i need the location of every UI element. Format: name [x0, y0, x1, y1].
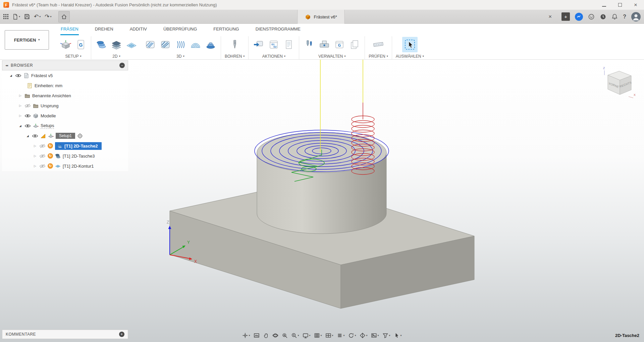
activity-clock-icon[interactable] [600, 13, 606, 20]
view-cube[interactable]: VORNE RECHTS Z X [602, 65, 637, 100]
browser-item-named-views[interactable]: ▷ Benannte Ansichten [2, 91, 128, 101]
app-grid-icon[interactable] [3, 14, 8, 19]
redo-button[interactable]: ↷ ▾ [45, 14, 51, 19]
add-comment-button[interactable]: + [119, 332, 124, 337]
browser-item-root[interactable]: ◢ Frästest v5 [2, 70, 128, 80]
visibility-eye-off-icon[interactable] [24, 104, 31, 108]
browser-item-toolpath-tasche3[interactable]: ▷ ↻ [T1] 2D-Tasche3 [2, 151, 128, 161]
nav-zoom-button[interactable]: ▾ [290, 331, 300, 340]
user-avatar[interactable] [631, 12, 641, 21]
document-tab[interactable]: Frästest v6* [297, 10, 344, 24]
nc-editor-button[interactable]: G [333, 38, 346, 51]
file-menu-button[interactable]: ▾ [12, 14, 20, 20]
expand-icon[interactable]: ▷ [33, 144, 37, 148]
3d-pocket-button[interactable] [159, 38, 172, 51]
machine-library-button[interactable] [318, 38, 331, 51]
home-view-button[interactable] [58, 11, 70, 22]
browser-item-units[interactable]: Einheiten: mm [2, 80, 128, 91]
select-tool-button[interactable] [402, 37, 418, 52]
expand-icon[interactable]: ▷ [33, 164, 37, 168]
tab-fraesen[interactable]: FRÄSEN [60, 24, 79, 35]
adaptive-clearing-button[interactable] [144, 38, 157, 51]
browser-item-setup1[interactable]: ◢ Setup1 [2, 131, 128, 141]
nav-viewports-button[interactable]: ▾ [324, 331, 334, 340]
group-label-bohren[interactable]: BOHREN▾ [225, 54, 245, 59]
job-status-icon[interactable] [575, 13, 583, 21]
group-label-verwalten[interactable]: VERWALTEN▾ [318, 54, 345, 59]
nav-style-button[interactable]: ▾ [359, 331, 369, 340]
simulate-gcode-button[interactable]: G1 G2 [267, 38, 280, 51]
viewport-3d[interactable]: Z Y X VORNE RECHTS Z X ◂◂ BROWS [0, 60, 644, 342]
nav-environment-button[interactable]: ▾ [370, 331, 380, 340]
nav-display-button[interactable]: ▾ [301, 331, 312, 340]
window-close-button[interactable]: × [634, 2, 637, 8]
undo-button[interactable]: ↶ ▾ [34, 14, 41, 19]
spiral-steps-button[interactable] [204, 38, 217, 51]
new-tab-button[interactable]: + [561, 12, 570, 21]
window-minimize-button[interactable] [602, 2, 606, 8]
nc-program-button[interactable]: G [74, 38, 87, 51]
visibility-eye-off-icon[interactable] [39, 144, 46, 148]
comments-panel[interactable]: KOMMENTARE + [2, 330, 128, 339]
setup-sheet-button[interactable] [282, 38, 295, 51]
expand-icon[interactable]: ▷ [18, 104, 22, 107]
post-process-button[interactable] [252, 38, 265, 51]
tab-drehen[interactable]: DREHEN [95, 24, 114, 35]
nav-filter-button[interactable]: ▾ [381, 331, 392, 340]
templates-button[interactable] [348, 38, 361, 51]
group-label-setup[interactable]: SETUP▾ [65, 54, 81, 59]
morphed-spiral-button[interactable] [189, 38, 202, 51]
expand-icon[interactable]: ▷ [33, 154, 37, 158]
notifications-icon[interactable] [611, 13, 618, 20]
measure-button[interactable] [372, 38, 385, 51]
save-button[interactable] [24, 14, 30, 19]
nav-lookat-button[interactable] [280, 331, 289, 340]
tab-dienstprogramme[interactable]: DIENSTPROGRAMME [255, 24, 301, 35]
selected-toolpath[interactable]: [T1] 2D-Tasche2 [55, 142, 102, 150]
model-cylinder[interactable] [257, 132, 386, 234]
nav-orbit-button[interactable] [271, 331, 279, 340]
browser-item-toolpath-tasche2[interactable]: ▷ ↻ [T1] 2D-Tasche2 [2, 141, 128, 151]
group-label-3d[interactable]: 3D▾ [176, 54, 184, 59]
expand-icon[interactable]: ▷ [18, 114, 22, 117]
target-icon[interactable] [77, 133, 83, 139]
nav-layers-button[interactable]: ▾ [335, 331, 346, 340]
group-label-2d[interactable]: 2D▾ [112, 54, 120, 59]
expand-icon[interactable]: ▷ [18, 94, 22, 97]
nav-grid-button[interactable]: ▾ [313, 331, 323, 340]
visibility-eye-icon[interactable] [24, 124, 31, 128]
parallel-button[interactable] [174, 38, 187, 51]
new-setup-button[interactable] [59, 38, 72, 51]
group-label-aktionen[interactable]: AKTIONEN▾ [262, 54, 285, 59]
visibility-eye-icon[interactable] [32, 134, 38, 138]
2d-chamfer-button[interactable] [125, 38, 138, 51]
visibility-eye-icon[interactable] [24, 114, 31, 118]
setup-name-badge[interactable]: Setup1 [56, 133, 75, 139]
visibility-eye-icon[interactable] [15, 73, 21, 78]
nav-select-button[interactable]: ▾ [393, 331, 403, 340]
tab-additiv[interactable]: ADDITIV [129, 24, 147, 35]
tab-ueberpruefung[interactable]: ÜBERPRÜFUNG [163, 24, 197, 35]
visibility-eye-off-icon[interactable] [39, 154, 46, 158]
drill-button[interactable] [228, 38, 241, 51]
expand-icon[interactable]: ◢ [9, 74, 13, 77]
feedback-icon[interactable] [588, 13, 595, 20]
nav-position-button[interactable]: ▾ [241, 331, 251, 340]
nav-frame-button[interactable] [252, 331, 261, 340]
browser-minimize-button[interactable]: − [119, 63, 125, 68]
nav-pan-button[interactable] [262, 331, 270, 340]
help-icon[interactable]: ? [623, 14, 626, 20]
window-maximize-button[interactable] [618, 2, 622, 8]
nav-turntable-button[interactable]: ▾ [347, 331, 358, 340]
collapse-panel-icon[interactable]: ◂◂ [5, 64, 8, 67]
tool-library-button[interactable] [303, 38, 316, 51]
tab-close-button[interactable]: × [548, 13, 552, 20]
environment-switch-button[interactable]: FERTIGEN ▾ [5, 30, 49, 50]
browser-item-toolpath-kontur1[interactable]: ▷ ↻ [T1] 2D-Kontur1 [2, 161, 128, 171]
tab-fertigung[interactable]: FERTIGUNG [213, 24, 239, 35]
expand-icon[interactable]: ◢ [18, 124, 22, 127]
visibility-eye-off-icon[interactable] [39, 164, 46, 168]
browser-item-models[interactable]: ▷ Modelle [2, 111, 128, 121]
browser-item-origin[interactable]: ▷ Ursprung [2, 101, 128, 111]
group-label-auswaehlen[interactable]: AUSWÄHLEN▾ [396, 54, 424, 59]
